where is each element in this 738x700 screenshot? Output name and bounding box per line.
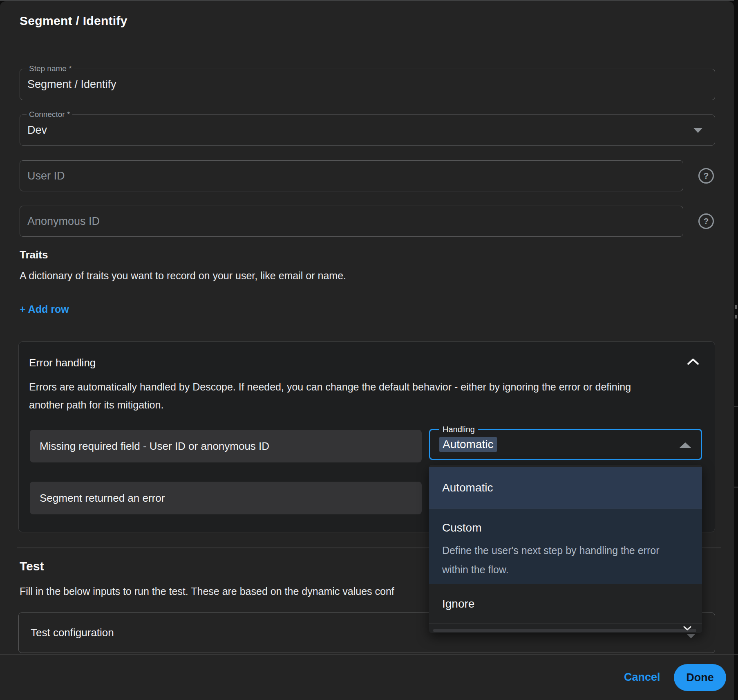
step-name-field[interactable]: Step name * Segment / Identify [20, 69, 715, 100]
menu-horizontal-scrollbar[interactable] [433, 629, 696, 632]
error-row-label: Missing required field - User ID or anon… [40, 440, 269, 453]
option-label: Custom [442, 521, 481, 534]
option-label: Automatic [442, 481, 493, 494]
handling-select[interactable]: Handling Automatic [429, 429, 702, 460]
user-id-input[interactable]: User ID [20, 160, 683, 191]
anonymous-id-input[interactable]: Anonymous ID [20, 206, 683, 237]
segment-identify-dialog: Segment / Identify Step name * Segment /… [0, 0, 738, 700]
connector-select[interactable]: Connector * Dev [20, 114, 715, 146]
user-id-placeholder: User ID [27, 170, 65, 182]
step-name-value: Segment / Identify [27, 78, 116, 91]
question-mark-glyph: ? [704, 216, 709, 226]
connector-label: Connector * [27, 110, 72, 119]
option-description: Define the user's next step by handling … [442, 541, 683, 579]
done-button-label: Done [686, 671, 714, 684]
chevron-up-icon[interactable] [680, 442, 691, 448]
menu-option-automatic[interactable]: Automatic [429, 467, 702, 509]
menu-footer [429, 624, 702, 633]
chevron-down-icon[interactable] [687, 634, 695, 638]
chevron-up-icon[interactable] [687, 358, 699, 367]
chevron-down-icon[interactable] [693, 128, 702, 133]
done-button[interactable]: Done [674, 664, 726, 691]
add-row-button[interactable]: + Add row [20, 303, 69, 315]
option-label: Ignore [442, 597, 474, 610]
error-row-missing-field: Missing required field - User ID or anon… [30, 430, 422, 462]
handling-options-menu: Automatic Custom Define the user's next … [429, 465, 702, 633]
error-row-segment-error: Segment returned an error [30, 482, 422, 514]
menu-option-ignore[interactable]: Ignore [429, 584, 702, 624]
menu-option-custom[interactable]: Custom Define the user's next step by ha… [429, 509, 702, 584]
step-name-label: Step name * [27, 64, 74, 73]
page-title: Segment / Identify [20, 14, 127, 28]
handling-label: Handling [439, 424, 478, 434]
help-icon[interactable]: ? [698, 213, 714, 229]
error-row-label: Segment returned an error [40, 492, 165, 505]
anonymous-id-placeholder: Anonymous ID [27, 215, 100, 228]
handling-selected-value: Automatic [439, 437, 497, 452]
error-handling-heading: Error handling [29, 357, 96, 369]
background-page-edge [734, 0, 738, 700]
test-configuration-label: Test configuration [31, 626, 114, 639]
menu-scroll-down-icon[interactable] [683, 625, 691, 632]
help-icon[interactable]: ? [698, 168, 714, 184]
test-heading: Test [20, 559, 44, 573]
test-description: Fill in the below inputs to run the test… [20, 586, 394, 597]
traits-heading: Traits [20, 249, 48, 261]
footer-divider [0, 654, 738, 655]
connector-value: Dev [27, 124, 47, 137]
error-handling-description: Errors are automatically handled by Desc… [29, 378, 660, 414]
question-mark-glyph: ? [704, 171, 709, 181]
cancel-button[interactable]: Cancel [624, 671, 660, 684]
traits-description: A dictionary of traits you want to recor… [20, 270, 346, 282]
